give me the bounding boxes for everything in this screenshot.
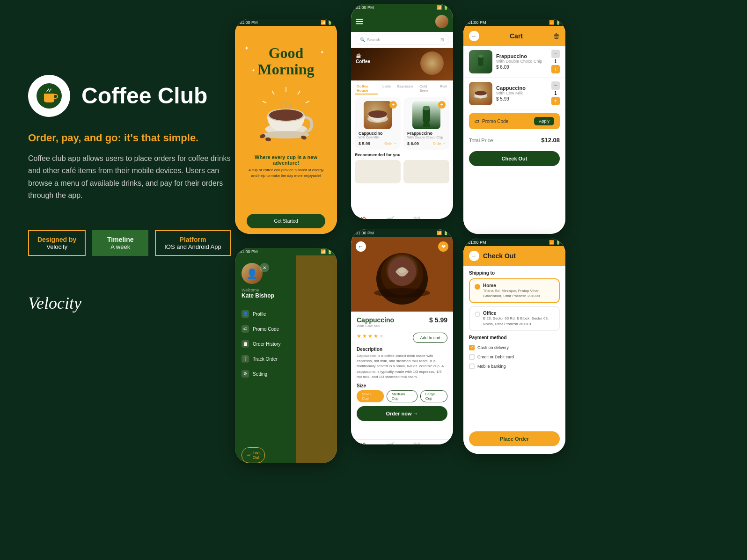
phone2-body: 🔍 Search... ⊞ ☕Coffee Coffee House Latte… bbox=[351, 11, 453, 219]
product-nav-cart[interactable]: 🛒 bbox=[386, 442, 394, 444]
add-frappuccino-button[interactable]: + bbox=[438, 101, 446, 109]
product-sub: With Cow Milk bbox=[357, 324, 394, 328]
filter-icon: ⊞ bbox=[440, 37, 444, 42]
place-order-button[interactable]: Place Order bbox=[469, 431, 560, 446]
frappuccino-name: Frappuccino bbox=[407, 131, 446, 136]
product-info-section: Cappuccino With Cow Milk $ 5.99 ★ ★ ★ ★ … bbox=[351, 312, 453, 439]
home-address-text: Thana Rd, Mirzapur, Pratap Vihar, Ghazia… bbox=[483, 288, 554, 298]
get-started-button[interactable]: Get Started bbox=[247, 214, 325, 228]
phone2-time: 01:00 PM bbox=[356, 5, 374, 10]
product-back-button[interactable]: ← bbox=[356, 241, 366, 252]
recommended-row bbox=[351, 160, 453, 186]
menu-card-frappuccino[interactable]: + Frappuccino With Double Choco Chip $ 6… bbox=[403, 97, 449, 150]
track-icon: 📍 bbox=[242, 355, 249, 363]
cappuccino-qty-control: − 1 + bbox=[551, 81, 560, 105]
phone-welcome: 01:00 PM 📶 🔋 ✦ ✦ ✦ Good Morning bbox=[235, 19, 337, 234]
phone2-topbar bbox=[351, 11, 453, 32]
star2: ★ bbox=[362, 333, 367, 339]
banner-coffee-circle bbox=[420, 51, 444, 75]
tab-espresso[interactable]: Espresso bbox=[395, 83, 415, 95]
star4: ★ bbox=[374, 333, 378, 339]
phone5-icons: 📶 🔋 bbox=[437, 231, 448, 235]
cappuccino-cart-info: Cappuccino With Cow Milk $ 5.99 bbox=[496, 85, 548, 102]
size-medium-button[interactable]: Medium Cup bbox=[387, 390, 417, 402]
search-bar[interactable]: 🔍 Search... ⊞ bbox=[355, 35, 449, 45]
cart-header: ← Cart 🗑 bbox=[463, 26, 565, 46]
tab-cold-brew[interactable]: Cold Brew bbox=[417, 83, 435, 95]
svg-point-18 bbox=[478, 54, 483, 57]
nav-share-icon[interactable]: ↗ bbox=[439, 216, 444, 219]
home-label: Home bbox=[483, 283, 554, 288]
phone2-status-bar: 01:00 PM 📶 🔋 bbox=[351, 4, 453, 11]
sidebar-close-button[interactable]: ✕ bbox=[260, 263, 269, 272]
checkbox-card bbox=[469, 354, 475, 360]
promo-apply-button[interactable]: Apply bbox=[534, 117, 554, 125]
sidebar-item-profile[interactable]: 👤 Profile bbox=[242, 306, 290, 321]
size-large-button[interactable]: Large Cup bbox=[420, 390, 447, 402]
badge-timeline: Timeline A week bbox=[92, 230, 148, 256]
logout-icon: ↩ bbox=[247, 453, 251, 458]
tab-latte[interactable]: Latte bbox=[381, 83, 393, 95]
frappuccino-order[interactable]: Order → bbox=[433, 142, 446, 145]
brand-tagline: Order, pay, and go: it's that simple. bbox=[28, 132, 243, 144]
address-office[interactable]: Office E 23, Sector 63 Rd, E Block, Sect… bbox=[469, 306, 560, 331]
sidebar-item-promo[interactable]: 🏷 Promo Code bbox=[242, 321, 290, 336]
payment-mobile[interactable]: Mobile banking bbox=[469, 362, 560, 371]
svg-point-16 bbox=[423, 106, 430, 110]
frappuccino-cart-name: Frappuccino bbox=[496, 53, 548, 59]
sidebar-order-history-label: Order History bbox=[253, 342, 280, 347]
frappuccino-qty-plus[interactable]: + bbox=[551, 65, 560, 73]
payment-cash[interactable]: ✓ Cash on delivery bbox=[469, 343, 560, 352]
hamburger-menu-icon[interactable] bbox=[356, 19, 363, 24]
order-history-icon: 📋 bbox=[242, 340, 249, 348]
cart-title: Cart bbox=[510, 32, 523, 40]
promo-label: Promo Code bbox=[482, 119, 508, 124]
frappuccino-cart-sub: With Double Choco Chip bbox=[496, 59, 548, 64]
star3-icon: ✦ bbox=[252, 68, 255, 73]
address-home[interactable]: Home Thana Rd, Mirzapur, Pratap Vihar, G… bbox=[469, 278, 560, 303]
product-favorite-button[interactable]: ❤ bbox=[438, 241, 448, 252]
product-nav-share[interactable]: ↗ bbox=[439, 442, 444, 444]
payment-mobile-label: Mobile banking bbox=[477, 364, 506, 369]
cappuccino-cart-image bbox=[469, 82, 492, 105]
menu-grid: + Cappuccino With Cow Milk $ 5.99 Order … bbox=[351, 97, 453, 150]
frappuccino-qty-minus[interactable]: − bbox=[551, 50, 560, 58]
add-to-cart-button[interactable]: Add to cart bbox=[413, 333, 447, 343]
payment-card[interactable]: Credit or Debit card bbox=[469, 352, 560, 362]
add-cappuccino-button[interactable]: + bbox=[389, 101, 397, 109]
sidebar-overlay bbox=[296, 255, 337, 463]
sidebar-item-setting[interactable]: ⚙ Setting bbox=[242, 366, 290, 381]
checkout-back-button[interactable]: ← bbox=[469, 251, 479, 261]
logout-button[interactable]: ↩ Log Out bbox=[242, 447, 265, 463]
nav-home-icon[interactable]: 🏠 bbox=[360, 216, 368, 219]
frappuccino-cart-info: Frappuccino With Double Choco Chip $ 6.0… bbox=[496, 53, 548, 70]
cart-trash-icon[interactable]: 🗑 bbox=[553, 32, 560, 40]
svg-line-2 bbox=[298, 91, 300, 95]
promo-label-area: 🏷 Promo Code bbox=[475, 119, 508, 124]
cappuccino-order[interactable]: Order → bbox=[384, 142, 397, 145]
cart-back-button[interactable]: ← bbox=[469, 31, 479, 41]
sidebar-item-track-order[interactable]: 📍 Track Order bbox=[242, 351, 290, 366]
brand-name: Coffee Club bbox=[81, 84, 207, 109]
product-nav-home[interactable]: 🏠 bbox=[360, 442, 368, 444]
order-now-button[interactable]: Order now → bbox=[357, 406, 447, 421]
tab-ristretto[interactable]: Ristr bbox=[438, 83, 449, 95]
badge-timeline-value: A week bbox=[102, 243, 139, 250]
nav-fav-icon[interactable]: 🤍 bbox=[412, 216, 420, 219]
phone-checkout: 01:00 PM 📶 🔋 ← Check Out Shipping to Hom… bbox=[463, 239, 565, 454]
size-small-button[interactable]: Small Cup bbox=[357, 390, 384, 402]
cappuccino-image bbox=[364, 101, 392, 129]
cappuccino-qty-minus[interactable]: − bbox=[551, 81, 560, 90]
checkout-button[interactable]: Check Out bbox=[469, 151, 560, 166]
cappuccino-qty-plus[interactable]: + bbox=[551, 97, 560, 105]
badges-row: Designed by Velocity Timeline A week Pla… bbox=[28, 230, 243, 256]
phone-profile: 01:00 PM 📶 🔋 ✕ 👤 Welcome Kate Bishop 👤 P… bbox=[235, 248, 337, 463]
size-buttons: Small Cup Medium Cup Large Cup bbox=[357, 390, 447, 402]
tab-coffee-house[interactable]: Coffee House bbox=[355, 83, 378, 95]
badge-timeline-label: Timeline bbox=[102, 236, 139, 243]
sidebar-item-order-history[interactable]: 📋 Order History bbox=[242, 336, 290, 351]
nav-cart-icon[interactable]: 🛒 bbox=[386, 216, 394, 219]
product-nav-fav[interactable]: 🤍 bbox=[412, 442, 420, 444]
product-hero-svg bbox=[351, 237, 453, 312]
menu-card-cappuccino[interactable]: + Cappuccino With Cow Milk $ 5.99 Order … bbox=[355, 97, 401, 150]
